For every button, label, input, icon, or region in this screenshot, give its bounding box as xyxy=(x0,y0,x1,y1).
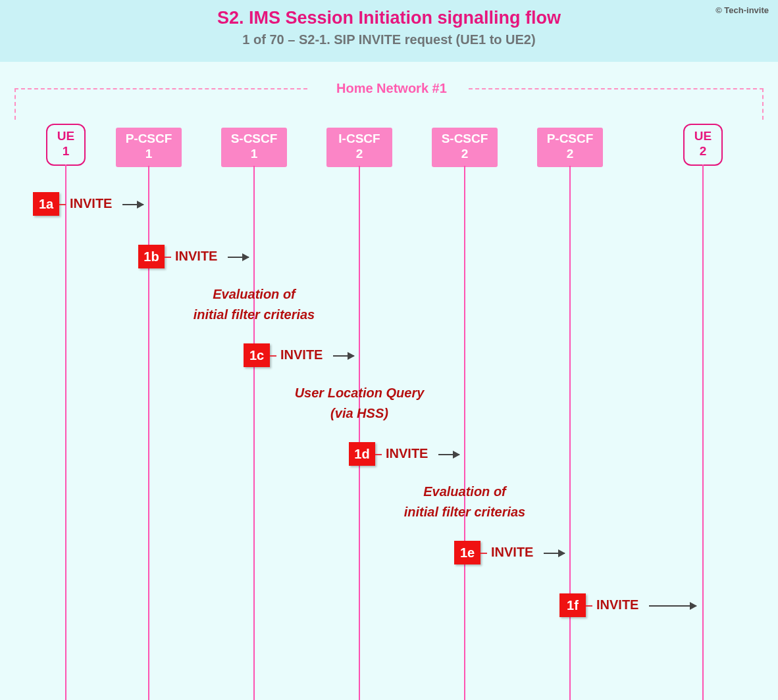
actor-sub: 1 xyxy=(145,147,153,161)
arrow-right-icon xyxy=(228,257,249,258)
arrow-right-icon xyxy=(333,355,354,357)
msg-1a: INVITE xyxy=(70,196,112,211)
note-ulq: User Location Query (via HSS) xyxy=(274,383,445,424)
msg-1c: INVITE xyxy=(280,347,323,362)
actor-label: S-CSCF xyxy=(442,132,488,145)
tick xyxy=(375,454,382,455)
actor-pcscf1: P-CSCF 1 xyxy=(116,128,182,167)
actor-label: UE xyxy=(57,129,74,143)
lifeline-scscf1 xyxy=(253,166,255,700)
arrow-right-icon xyxy=(544,553,565,554)
arrow-right-icon xyxy=(438,454,459,455)
actor-sub: 1 xyxy=(251,147,258,161)
step-1a: 1a xyxy=(33,192,59,216)
tick xyxy=(270,355,276,357)
lifeline-scscf2 xyxy=(464,166,465,700)
copyright-label: © Tech-invite xyxy=(715,5,769,15)
actor-label: I-CSCF xyxy=(338,132,380,145)
actor-label: P-CSCF xyxy=(547,132,594,145)
note-eval-2: Evaluation of initial filter criterias xyxy=(379,482,550,522)
actor-sub: 1 xyxy=(63,144,70,158)
note-eval-1: Evaluation of initial filter criterias xyxy=(169,284,340,325)
tick xyxy=(586,605,592,607)
msg-1e: INVITE xyxy=(491,545,533,560)
page-subtitle: 1 of 70 – S2-1. SIP INVITE request (UE1 … xyxy=(0,32,778,47)
msg-1d: INVITE xyxy=(386,446,428,461)
actor-sub: 2 xyxy=(356,147,363,161)
lifeline-ue1 xyxy=(65,164,66,700)
lifeline-pcscf2 xyxy=(569,166,571,700)
bracket-label: Home Network #1 xyxy=(326,81,457,96)
page-title: S2. IMS Session Initiation signalling fl… xyxy=(0,0,778,28)
actor-ue2: UE 2 xyxy=(683,124,723,166)
arrow-right-icon xyxy=(649,605,696,607)
arrow-right-icon xyxy=(122,204,143,205)
actor-sub: 2 xyxy=(700,144,707,158)
step-1e: 1e xyxy=(454,541,480,564)
bracket-side-left xyxy=(14,88,16,120)
bracket-top-left xyxy=(14,88,307,89)
tick xyxy=(59,204,66,205)
actor-scscf2: S-CSCF 2 xyxy=(432,128,498,167)
actor-scscf1: S-CSCF 1 xyxy=(221,128,287,167)
lifeline-ue2 xyxy=(702,164,704,700)
actor-label: UE xyxy=(694,129,712,143)
sequence-diagram: Home Network #1 UE 1 P-CSCF 1 S-CSCF 1 I… xyxy=(0,62,778,700)
actor-label: S-CSCF xyxy=(231,132,278,145)
tick xyxy=(165,257,171,258)
msg-1b: INVITE xyxy=(175,249,217,264)
msg-1f: INVITE xyxy=(596,597,638,612)
actor-icscf2: I-CSCF 2 xyxy=(326,128,392,167)
lifeline-icscf2 xyxy=(359,166,360,700)
bracket-top-right xyxy=(469,88,764,89)
step-1f: 1f xyxy=(559,593,586,617)
actor-ue1: UE 1 xyxy=(46,124,86,166)
step-1d: 1d xyxy=(349,442,375,466)
step-1b: 1b xyxy=(138,245,165,268)
actor-label: P-CSCF xyxy=(126,132,172,145)
actor-pcscf2: P-CSCF 2 xyxy=(537,128,603,167)
step-1c: 1c xyxy=(244,343,270,367)
header: S2. IMS Session Initiation signalling fl… xyxy=(0,0,778,62)
bracket-side-right xyxy=(762,88,764,120)
tick xyxy=(480,553,487,554)
actor-sub: 2 xyxy=(567,147,574,161)
actor-sub: 2 xyxy=(461,147,469,161)
